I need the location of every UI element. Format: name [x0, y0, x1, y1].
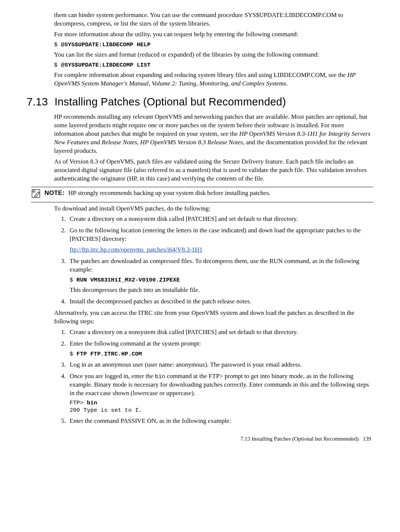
paragraph: You can list the sizes and format (reduc… — [54, 51, 373, 59]
inline-code: bin — [155, 373, 165, 380]
paragraph: For complete information about expanding… — [54, 71, 373, 88]
paragraph: For more information about the utility, … — [54, 30, 373, 39]
note-label: NOTE: — [44, 189, 64, 198]
paragraph: This decompresses the patch into an inst… — [70, 286, 373, 294]
list-item: Install the decompressed patches as desc… — [67, 297, 373, 306]
list-item: The patches are downloaded as compressed… — [67, 257, 373, 294]
list-item: Create a directory on a nonsystem disk c… — [67, 328, 373, 337]
footer-section: 7.13 Installing Patches (Optional but Re… — [240, 436, 359, 442]
command: bin — [87, 400, 97, 406]
section-title: Installing Patches (Optional but Recomme… — [54, 95, 286, 109]
list-item: Log in as an anonymous user (user name: … — [67, 361, 373, 369]
procedure-list: Create a directory on a nonsystem disk c… — [54, 215, 373, 306]
code-output: 200 Type is set to I. — [70, 407, 142, 414]
command: @SYS$UPDATE:LIBDECOMP LIST — [61, 62, 151, 68]
paragraph: To download and install OpenVMS patches,… — [54, 205, 373, 213]
paragraph: As of Version 8.3 of OpenVMS, patch file… — [54, 158, 373, 183]
command-line: $ @SYS$UPDATE:LIBDECOMP HELP — [54, 41, 373, 48]
section-heading: 7.13 Installing Patches (Optional but Re… — [27, 95, 373, 109]
patches-ftp-link[interactable]: ftp://ftp.itrc.hp.com/openvms_patches/i6… — [70, 246, 203, 253]
note-icon — [31, 189, 41, 198]
list-item: Go to the following location (entering t… — [67, 226, 373, 254]
note-rule-bottom — [31, 202, 373, 202]
note-text: HP strongly recommends backing up your s… — [68, 189, 270, 198]
code-block: FTP> bin 200 Type is set to I. — [70, 399, 373, 414]
section-number: 7.13 — [27, 95, 48, 109]
svg-rect-0 — [32, 189, 40, 197]
list-item: Create a directory on a nonsystem disk c… — [67, 215, 373, 223]
command: RUN VMS831H1I_MX2-V0100.ZIPEXE — [77, 277, 180, 283]
note-block: NOTE: HP strongly recommends backing up … — [31, 189, 373, 198]
paragraph: HP recommends installing any relevant Op… — [54, 113, 373, 155]
list-item: Enter the following command at the syste… — [67, 340, 373, 358]
page-number: 139 — [363, 436, 371, 442]
note-rule-top — [31, 187, 373, 187]
paragraph: them can hinder system performance. You … — [54, 11, 373, 28]
list-item: Enter the command PASSIVE ON, as in the … — [67, 417, 373, 425]
book-title: HP OpenVMS Version 8.3 Release Notes — [140, 139, 243, 146]
command: @SYS$UPDATE:LIBDECOMP HELP — [61, 41, 151, 48]
paragraph: Alternatively, you can access the ITRC s… — [54, 309, 373, 326]
command: FTP FTP.ITRC.HP.COM — [77, 351, 142, 357]
command-line: $ FTP FTP.ITRC.HP.COM — [70, 350, 373, 358]
command-line: $ RUN VMS831H1I_MX2-V0100.ZIPEXE — [70, 276, 373, 284]
page-footer: 7.13 Installing Patches (Optional but Re… — [27, 435, 373, 442]
list-item: Once you are logged in, enter the bin co… — [67, 372, 373, 414]
procedure-list: Create a directory on a nonsystem disk c… — [54, 328, 373, 425]
command-line: $ @SYS$UPDATE:LIBDECOMP LIST — [54, 61, 373, 69]
